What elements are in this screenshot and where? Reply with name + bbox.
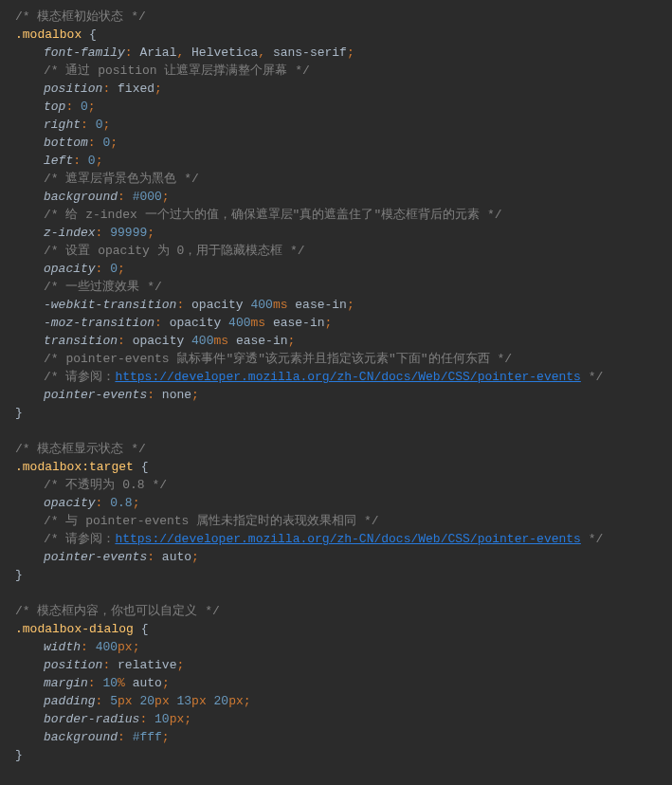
css-property: padding <box>44 694 96 708</box>
css-property: opacity <box>44 496 96 510</box>
brace-close: } <box>15 748 23 762</box>
css-property: transition <box>44 334 118 348</box>
brace-open: { <box>141 622 149 636</box>
comment: /* 模态框内容，你也可以自定义 */ <box>15 604 220 618</box>
css-property: z-index <box>44 226 96 240</box>
brace-open: { <box>89 27 97 42</box>
blank-line <box>15 584 672 602</box>
css-property: right <box>44 118 81 132</box>
css-property: font-family <box>44 46 125 60</box>
css-property: position <box>44 82 102 96</box>
css-property: position <box>44 658 102 672</box>
css-selector: .modalbox-dialog <box>15 622 134 636</box>
comment: /* 请参阅： <box>44 532 115 546</box>
comment: /* pointer-events 鼠标事件"穿透"该元素并且指定该元素"下面"… <box>44 352 512 366</box>
css-property: bottom <box>44 136 88 150</box>
css-property: margin <box>44 676 88 690</box>
css-property: background <box>44 190 118 204</box>
css-property: background <box>44 730 118 744</box>
css-property: top <box>44 100 65 114</box>
css-property: pointer-events <box>44 550 147 564</box>
css-property: pointer-events <box>44 388 147 402</box>
comment: /* 不透明为 0.8 */ <box>44 478 167 492</box>
css-property: left <box>44 154 73 168</box>
brace-close: } <box>15 406 23 420</box>
comment: /* 一些过渡效果 */ <box>44 280 162 294</box>
css-selector: .modalbox <box>15 27 82 42</box>
css-selector: .modalbox:target <box>15 460 134 474</box>
doc-url[interactable]: https://developer.mozilla.org/zh-CN/docs… <box>115 532 580 546</box>
comment: /* 通过 position 让遮罩层撑满整个屏幕 */ <box>44 64 310 78</box>
brace-open: { <box>141 460 149 474</box>
css-property: -moz-transition <box>44 316 154 330</box>
comment: /* 与 pointer-events 属性未指定时的表现效果相同 */ <box>44 514 379 528</box>
comment: /* 遮罩层背景色为黑色 */ <box>44 172 199 186</box>
comment: /* 模态框显示状态 */ <box>15 442 146 456</box>
brace-close: } <box>15 568 23 582</box>
code-editor[interactable]: /* 模态框初始状态 */ .modalbox { font-family: A… <box>0 0 672 772</box>
comment: /* 给 z-index 一个过大的值，确保遮罩层"真的遮盖住了"模态框背后的元… <box>44 208 502 222</box>
css-property: -webkit-transition <box>44 298 176 312</box>
comment: /* 设置 opacity 为 0，用于隐藏模态框 */ <box>44 244 305 258</box>
blank-line <box>15 422 672 440</box>
comment: /* 模态框初始状态 */ <box>15 9 146 24</box>
css-property: border-radius <box>44 712 139 726</box>
css-property: width <box>44 640 81 654</box>
doc-url[interactable]: https://developer.mozilla.org/zh-CN/docs… <box>115 370 580 384</box>
css-property: opacity <box>44 262 96 276</box>
comment: /* 请参阅： <box>44 370 115 384</box>
